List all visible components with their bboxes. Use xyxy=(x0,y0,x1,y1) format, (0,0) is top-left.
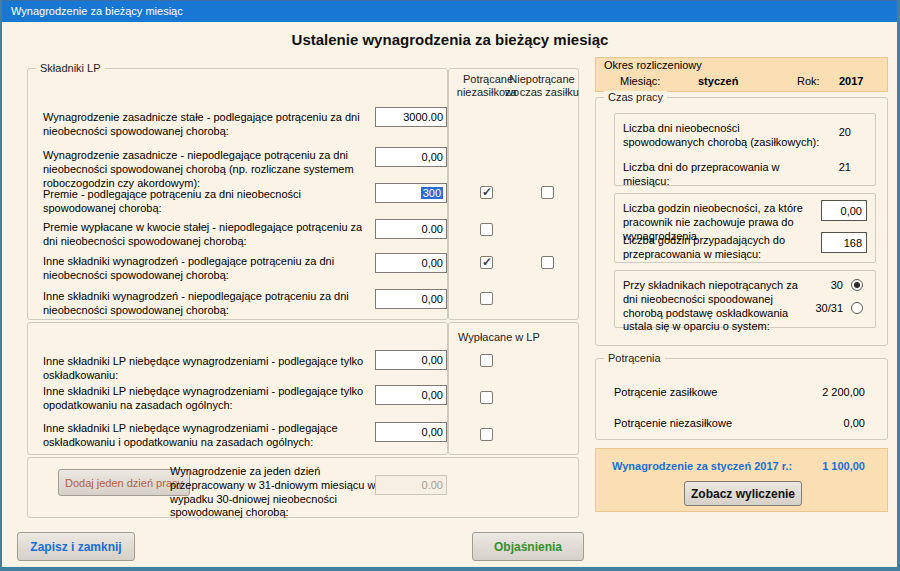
checkbox-lp-opodatkowanie[interactable] xyxy=(480,391,493,404)
dni-praca-value: 21 xyxy=(839,161,851,173)
one-day-value-input: 0.00 xyxy=(375,475,447,495)
checkbox-premie-stale-potracane[interactable] xyxy=(480,223,493,236)
radio-30-label: 30 xyxy=(811,279,843,293)
row-label: Wynagrodzenie zasadnicze - niepodlegając… xyxy=(43,149,368,190)
premie-stale-input[interactable]: 0.00 xyxy=(375,219,447,239)
potracenia-group: Potrącenia Potrącenie zasiłkowe 2 200,00… xyxy=(595,358,888,440)
one-day-label: Wynagrodzenie za jeden dzień przepracowa… xyxy=(170,465,378,520)
lp-oskladkowanie-input[interactable]: 0,00 xyxy=(375,350,447,370)
one-day-group: Dodaj jeden dzień pracy Wynagrodzenie za… xyxy=(27,457,579,518)
result-value: 1 100,00 xyxy=(822,460,865,472)
potracenie-niezasilkowe-value: 0,00 xyxy=(844,417,865,429)
premie-input[interactable]: 300 xyxy=(375,183,447,203)
rok-value: 2017 xyxy=(839,75,863,89)
show-calculation-button[interactable]: Zobacz wyliczenie xyxy=(684,481,802,506)
checkbox-inne-potracane[interactable] xyxy=(480,256,493,269)
row-label: Premie wypłacane w kwocie stałej - niepo… xyxy=(43,221,368,249)
potracenia-title: Potrącenia xyxy=(604,352,665,364)
system-box: Przy składnikach niepotrącanych za dni n… xyxy=(614,270,876,328)
title-bar[interactable]: Wynagrodzenie za bieżący miesiąc xyxy=(0,0,900,22)
lp-osklad-opodat-input[interactable]: 0,00 xyxy=(375,422,447,442)
checkbox-inne2-potracane[interactable] xyxy=(480,292,493,305)
explanations-button[interactable]: Objaśnienia xyxy=(472,532,584,561)
miesiac-label: Miesiąc: xyxy=(620,75,660,89)
column-header-niepotracane: Niepotrącane za czas zasiłku xyxy=(505,73,579,99)
dialog-window: Wynagrodzenie za bieżący miesiąc Ustalen… xyxy=(0,0,900,571)
wynagrodzenie-stale-input[interactable]: 3000.00 xyxy=(375,107,447,127)
row-label: Wynagrodzenie zasadnicze stałe - podlega… xyxy=(43,111,368,139)
miesiac-value: styczeń xyxy=(698,75,738,89)
result-label: Wynagrodzenie za styczeń 2017 r.: xyxy=(612,460,792,474)
row-label: Inne składniki LP niebędące wynagrodzeni… xyxy=(43,422,368,450)
column-header-wyplacane: Wypłacane w LP xyxy=(458,331,558,344)
row-label: Premie - podlegające potrąceniu za dni n… xyxy=(43,188,368,216)
checkbox-panel-lower: Wypłacane w LP xyxy=(448,322,579,455)
inne-skladniki-lp-group: Inne składniki LP niebędące wynagrodzeni… xyxy=(27,322,448,455)
inne-skladniki-podlegajace-input[interactable]: 0,00 xyxy=(375,253,447,273)
checkbox-inne-niepotracane[interactable] xyxy=(541,256,554,269)
system-label: Przy składnikach niepotrącanych za dni n… xyxy=(623,279,813,334)
godz-praca-input[interactable]: 168 xyxy=(821,232,867,253)
dni-praca-label: Liczba dni do przepracowania w miesiącu: xyxy=(623,161,823,189)
page-title: Ustalenie wynagrodzenia za bieżący miesi… xyxy=(2,31,898,48)
row-label: Inne składniki LP niebędące wynagrodzeni… xyxy=(43,355,368,383)
godz-praca-label: Liczba godzin przypadających do przeprac… xyxy=(623,234,818,262)
checkbox-lp-oskladkowanie[interactable] xyxy=(480,354,493,367)
potracenie-niezasilkowe-label: Potrącenie niezasiłkowe xyxy=(614,417,732,431)
radio-30[interactable] xyxy=(851,279,863,291)
radio-3031-label: 30/31 xyxy=(801,302,843,316)
inne-skladniki-niepodlegajace-input[interactable]: 0,00 xyxy=(375,289,447,309)
row-label: Inne składniki LP niebędące wynagrodzeni… xyxy=(43,385,368,413)
save-and-close-button[interactable]: Zapisz i zamknij xyxy=(17,532,135,561)
potracenie-zasilkowe-label: Potrącenie zasiłkowe xyxy=(614,386,717,400)
okres-rozliczeniowy-box: Okres rozliczeniowy Miesiąc: styczeń Rok… xyxy=(595,57,888,92)
row-label: Inne składniki wynagrodzeń - podlegające… xyxy=(43,255,368,283)
rok-label: Rok: xyxy=(797,75,820,89)
czas-pracy-group: Czas pracy Liczba dni nieobecności spowo… xyxy=(595,97,888,346)
wynagrodzenie-niepodlegajace-input[interactable]: 0,00 xyxy=(375,147,447,167)
checkbox-premie-niepotracane[interactable] xyxy=(541,186,554,199)
dni-choroby-label: Liczba dni nieobecności spowodowanych ch… xyxy=(623,122,823,150)
dni-box: Liczba dni nieobecności spowodowanych ch… xyxy=(614,113,876,186)
skladniki-group-title: Składniki LP xyxy=(36,62,105,74)
czas-pracy-title: Czas pracy xyxy=(604,91,667,103)
dni-choroby-value: 20 xyxy=(839,126,851,138)
checkbox-lp-osklad-opodat[interactable] xyxy=(480,428,493,441)
godz-nieobecnosci-input[interactable]: 0,00 xyxy=(821,200,867,221)
result-box: Wynagrodzenie za styczeń 2017 r.: 1 100,… xyxy=(595,448,888,512)
godziny-box: Liczba godzin nieobecności, za które pra… xyxy=(614,193,876,263)
okres-title: Okres rozliczeniowy xyxy=(604,59,702,73)
row-label: Inne składniki wynagrodzeń - niepodlegaj… xyxy=(43,290,368,318)
skladniki-group: Składniki LP Wynagrodzenie zasadnicze st… xyxy=(27,68,448,320)
checkbox-premie-potracane[interactable] xyxy=(480,186,493,199)
lp-opodatkowanie-input[interactable]: 0,00 xyxy=(375,385,447,405)
window-title: Wynagrodzenie za bieżący miesiąc xyxy=(11,5,183,17)
potracenie-zasilkowe-value: 2 200,00 xyxy=(822,386,865,398)
radio-3031[interactable] xyxy=(851,302,863,314)
checkbox-panel-upper: Potrącane niezasiłkowo Niepotrącane za c… xyxy=(448,68,579,320)
